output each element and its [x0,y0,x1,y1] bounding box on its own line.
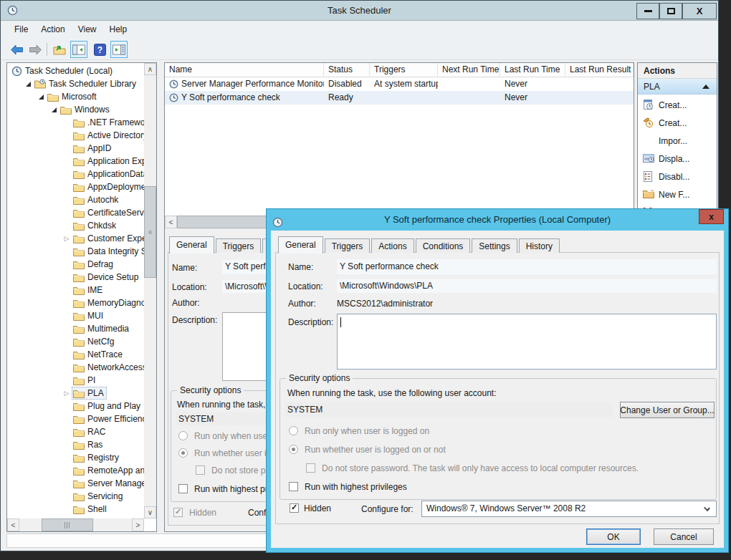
forward-button[interactable] [27,41,44,58]
dialog-close-button[interactable]: x [699,209,724,224]
hidden-checkbox[interactable] [173,508,183,517]
tree-item-memorydiagno[interactable]: MemoryDiagno [7,296,144,309]
name-field[interactable]: Y Soft performance check [337,259,717,274]
tree-item-appxdeployme[interactable]: AppxDeployme [7,180,144,193]
action-displa[interactable]: Displa... [638,150,717,168]
scroll-left-icon[interactable]: < [7,518,19,531]
column-header-triggers[interactable]: Triggers [370,63,438,77]
window-titlebar[interactable]: Task Scheduler X [1,1,718,21]
tree-item-multimedia[interactable]: Multimedia [7,322,144,335]
column-header-name[interactable]: Name [165,63,324,77]
column-header-last-run-result[interactable]: Last Run Result [565,63,634,77]
tree-item-data-integrity-s[interactable]: Data Integrity S [7,245,144,258]
tree-hscroll-thumb[interactable] [42,518,93,531]
tree-scroll-thumb[interactable]: ≡ [144,186,156,278]
scroll-down-icon[interactable]: ∨ [144,506,156,518]
tree-item-netcfg[interactable]: NetCfg [7,335,144,348]
menu-help[interactable]: Help [103,21,134,38]
menu-file[interactable]: File [8,21,34,38]
highest-privileges-checkbox[interactable] [178,484,188,493]
tab-actions[interactable]: Actions [371,238,414,253]
maximize-button[interactable] [659,3,682,19]
tree-item-ime[interactable]: IME [7,284,144,296]
tree-item-pi[interactable]: PI [7,374,144,387]
tree-item-plug-and-play[interactable]: Plug and Play [7,400,144,412]
tree-item-defrag[interactable]: Defrag [7,258,144,271]
tree-item-chkdsk[interactable]: Chkdsk [7,219,144,232]
tree-item-autochk[interactable]: Autochk [7,193,144,206]
toggle-action-pane-button[interactable] [110,41,128,58]
folder-icon [73,440,85,450]
highest-privileges-checkbox[interactable] [289,482,298,491]
ok-button[interactable]: OK [586,528,641,545]
tree-item-nettrace[interactable]: NetTrace [7,348,144,361]
tree-item-customer-exper[interactable]: ▷Customer Exper [7,232,144,245]
tab-conditions[interactable]: Conditions [416,238,471,253]
dialog-titlebar[interactable]: Y Soft performance check Properties (Loc… [267,209,728,231]
tree-item-servicing[interactable]: Servicing [7,490,144,503]
tree-item-networkaccess[interactable]: NetworkAccess [7,361,144,374]
action-creat[interactable]: Creat... [638,96,717,114]
expander-expanded-icon[interactable] [49,107,59,112]
description-field[interactable] [337,314,717,370]
tree-item-microsoft[interactable]: Microsoft [7,90,144,103]
close-button[interactable]: X [682,3,717,19]
tree-item-server-manager[interactable]: Server Manager [7,477,144,490]
action-impor[interactable]: Impor... [638,132,717,150]
tab-settings[interactable]: Settings [472,238,517,253]
tab-general[interactable]: General [169,236,214,254]
expander-collapsed-icon[interactable]: ▷ [62,232,72,245]
tab-general[interactable]: General [278,236,323,254]
tree-item-task-scheduler-local[interactable]: Task Scheduler (Local) [7,64,144,77]
menu-view[interactable]: View [72,21,103,38]
tree-item-power-efficienc[interactable]: Power Efficienc [7,412,144,425]
action-creat[interactable]: Creat... [638,114,717,132]
expander-collapsed-icon[interactable]: ▷ [62,387,72,400]
tree-item-mui[interactable]: MUI [7,309,144,322]
hidden-checkbox[interactable] [290,503,299,513]
collapse-icon[interactable] [702,85,710,89]
tree-item-windows[interactable]: Windows [7,103,144,116]
actions-group-header[interactable]: PLA [638,79,717,95]
toggle-console-tree-button[interactable] [70,41,87,58]
scroll-left-icon[interactable]: < [165,216,177,228]
tree-item-appid[interactable]: AppID [7,142,144,155]
action-new-f[interactable]: New F... [638,185,717,203]
tree-vertical-scrollbar[interactable]: ∧ ≡ ∨ [144,63,156,518]
tab-triggers[interactable]: Triggers [325,238,371,253]
column-header-next-run-time[interactable]: Next Run Time [438,63,500,77]
cancel-button[interactable]: Cancel [654,528,714,545]
tree-item-pla[interactable]: ▷PLA [7,387,144,400]
help-button[interactable]: ? [91,41,108,58]
tree-item-remoteapp-and[interactable]: RemoteApp and [7,464,144,477]
tree-item-ras[interactable]: Ras [7,438,144,451]
scroll-right-icon[interactable]: > [132,518,144,531]
expander-expanded-icon[interactable] [23,82,33,87]
back-button[interactable] [8,41,25,58]
menu-action[interactable]: Action [34,21,71,38]
tree-horizontal-scrollbar[interactable]: < > [7,518,144,531]
action-disabl[interactable]: Disabl... [638,168,717,185]
scroll-up-icon[interactable]: ∧ [144,63,156,75]
configure-for-select[interactable]: Windows® 7, Windows Server™ 2008 R2 [421,501,717,517]
change-user-button[interactable]: Change User or Group... [620,402,715,418]
tree-item-certificateservic[interactable]: CertificateServic [7,206,144,219]
tree-item-rac[interactable]: RAC [7,425,144,438]
tree-item-device-setup[interactable]: Device Setup [7,271,144,284]
task-row-server-manager-performance-monitor[interactable]: Server Manager Performance MonitorDisabl… [165,77,634,91]
expander-expanded-icon[interactable] [36,95,46,100]
tree-item-shell[interactable]: Shell [7,503,144,516]
tree-item-task-scheduler-library[interactable]: Task Scheduler Library [7,77,144,90]
export-list-button[interactable] [51,41,68,58]
task-row-y-soft-performance-check[interactable]: Y Soft performance checkReadyNever [165,91,634,105]
tree-item-active-directory[interactable]: Active Directory [7,129,144,142]
tree-item-applicationdata[interactable]: ApplicationData [7,168,144,180]
tab-triggers[interactable]: Triggers [216,238,262,253]
column-header-status[interactable]: Status [324,63,370,77]
tab-history[interactable]: History [519,238,560,253]
tree-item-registry[interactable]: Registry [7,451,144,464]
tree-item-net-framework[interactable]: .NET Framework [7,116,144,129]
tree-item-application-exp[interactable]: Application Exp [7,155,144,168]
minimize-button[interactable] [636,3,659,19]
column-header-last-run-time[interactable]: Last Run Time [500,63,565,77]
